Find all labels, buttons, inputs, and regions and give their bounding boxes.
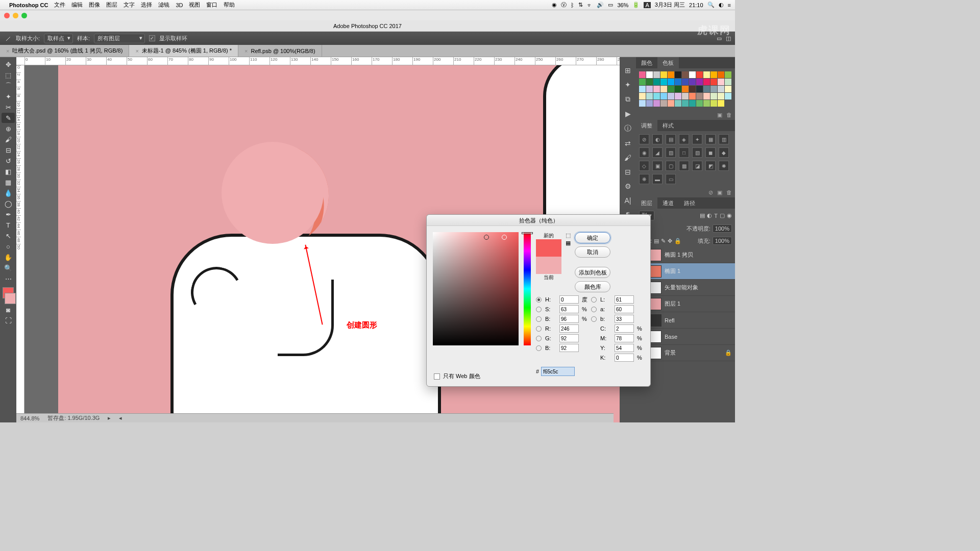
swatch[interactable] [675,86,681,92]
swatch[interactable] [682,86,689,92]
swatch[interactable] [682,93,689,99]
hue-handle[interactable] [522,232,533,234]
lock-icon[interactable]: ▤ [654,238,659,244]
adj-item[interactable]: ◩ [705,161,716,171]
display-icon[interactable]: ▭ [608,2,613,8]
path-tool[interactable]: ↖ [2,231,15,241]
radio-h[interactable] [536,297,542,303]
quickmask-tool[interactable]: ◙ [2,305,15,315]
menu-select[interactable]: 选择 [141,1,152,9]
layer-row[interactable]: 👁矢量智能对象 [636,280,735,296]
radio-r[interactable] [536,326,542,332]
swatch[interactable] [660,71,667,78]
web-only-checkbox[interactable] [434,373,440,380]
swatch[interactable] [710,100,717,107]
menu-help[interactable]: 帮助 [224,1,235,9]
panel-toggle2-icon[interactable]: ◫ [726,35,731,42]
swatch[interactable] [718,71,724,78]
tab-1[interactable]: ×未标题-1 @ 845% (椭圆 1, RGB/8) * [129,45,238,57]
swatch[interactable] [682,71,689,78]
chevron-icon[interactable]: ◂ [119,415,122,421]
chevron-icon[interactable]: ▸ [108,415,111,421]
trash-icon[interactable]: 🗑 [726,112,732,118]
menu-file[interactable]: 文件 [54,1,65,9]
more-tool[interactable]: ⋯ [2,273,15,284]
menu-layer[interactable]: 图层 [106,1,117,9]
b-input[interactable] [559,315,579,323]
sample-size-select[interactable]: 取样点 [44,34,73,43]
lasso-tool[interactable]: ⌒ [2,81,15,91]
layer-row[interactable]: 👁椭圆 1 [636,263,735,280]
swatch[interactable] [653,71,660,78]
swatch[interactable] [725,93,731,99]
brush-tool[interactable]: 🖌 [2,134,15,144]
type-tool[interactable]: T [2,220,15,230]
swatch[interactable] [689,100,696,107]
y-input[interactable] [615,344,634,352]
adj-item[interactable]: ▬ [652,174,663,184]
star-icon[interactable]: ✦ [625,81,631,89]
swatch[interactable] [689,79,696,85]
menu-edit[interactable]: 编辑 [71,1,83,9]
add-swatch-button[interactable]: 添加到色板 [575,267,610,278]
a-input[interactable] [615,305,634,313]
dodge-tool[interactable]: ◯ [2,198,15,209]
time[interactable]: 21:10 [689,2,703,8]
current-color[interactable] [536,257,561,274]
adj-item[interactable]: ▭ [666,174,676,184]
app-name[interactable]: Photoshop CC [9,2,48,8]
fill-value[interactable]: 100% [713,237,732,245]
adj-item[interactable]: □ [679,147,689,158]
close-icon[interactable]: × [244,48,248,54]
adj-item[interactable]: ▢ [666,161,676,171]
web-icon[interactable]: ▦ [566,240,571,246]
hue-slider[interactable] [524,232,531,345]
swatch[interactable] [646,100,653,107]
adj-item[interactable]: ◈ [679,134,689,144]
lock-icon[interactable]: 🔒 [674,238,681,244]
menu-filter[interactable]: 滤镜 [158,1,169,9]
swatch[interactable] [689,93,696,99]
swatch[interactable] [725,71,731,78]
g-input[interactable] [559,334,579,342]
swatch[interactable] [718,93,724,99]
crop-tool[interactable]: ✂ [2,102,15,112]
swatch[interactable] [660,100,667,107]
marquee-tool[interactable]: ⬚ [2,70,15,80]
gradient-tool[interactable]: ▦ [2,177,15,187]
s-input[interactable] [559,305,579,313]
wifi-icon[interactable]: ᯤ [587,2,593,8]
swatch[interactable] [660,86,667,92]
tab-adjust[interactable]: 调整 [636,120,657,131]
color-marker[interactable] [484,235,489,240]
swatch[interactable] [703,79,710,85]
blur-tool[interactable]: 💧 [2,188,15,198]
minimize-button[interactable] [13,13,18,18]
adj-item[interactable]: ◼ [705,147,716,158]
radio-l[interactable] [591,297,597,303]
eyedropper-icon[interactable]: ⟋ [4,34,12,43]
move-tool[interactable]: ✥ [2,59,15,69]
adj-item[interactable]: ▥ [719,134,729,144]
eyedropper-tool[interactable]: ✎ [2,113,15,123]
swatch[interactable] [646,93,653,99]
menu-3d[interactable]: 3D [176,2,183,8]
swatch[interactable] [710,79,717,85]
swatch[interactable] [639,100,646,107]
pen-tool[interactable]: ✒ [2,209,15,219]
swatch[interactable] [689,71,696,78]
bg-color[interactable] [5,293,16,304]
adj-item[interactable]: ▣ [652,161,663,171]
menu-window[interactable]: 窗口 [206,1,217,9]
obs-icon[interactable]: ◉ [552,2,557,8]
swatch[interactable] [646,79,653,85]
nav-icon[interactable]: ⊞ [625,66,631,74]
swatch[interactable] [639,93,646,99]
swatch[interactable] [639,71,646,78]
swatch[interactable] [668,100,674,107]
swatch[interactable] [718,86,724,92]
new-icon[interactable]: ▣ [717,189,722,196]
l-input[interactable] [615,295,634,304]
volume-icon[interactable]: 🔊 [597,2,604,8]
adj-item[interactable]: ◪ [692,161,702,171]
